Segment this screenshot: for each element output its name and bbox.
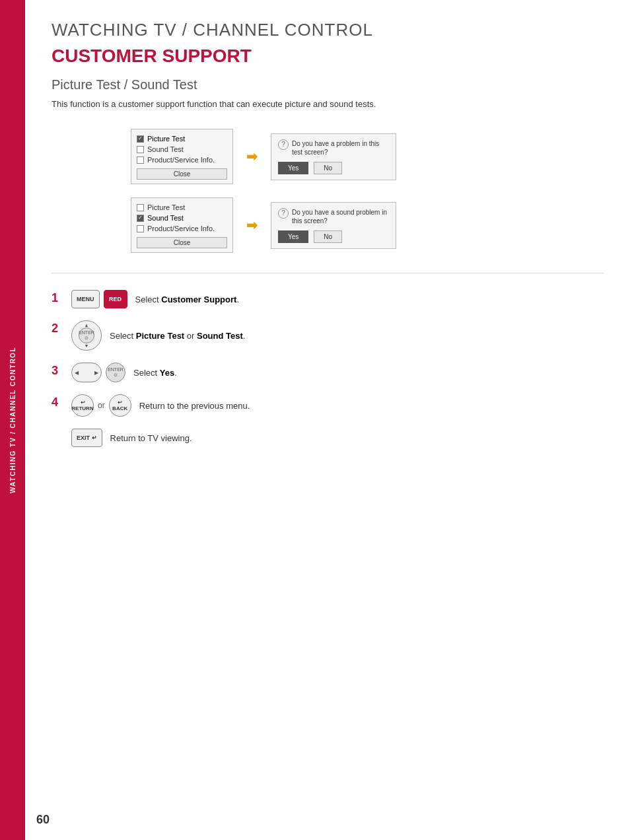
checkbox-picture-test-2 <box>137 204 144 211</box>
step-3: 3 ◀ ▶ ENTER⊙ Select Yes. <box>52 363 604 382</box>
step-text-2: Select Picture Test or Sound Test. <box>110 331 245 341</box>
arrow-1: ➡ <box>246 149 258 164</box>
menu-label-picture-test-2: Picture Test <box>147 203 185 211</box>
diagram-row-1: Picture Test Sound Test Product/Service … <box>131 129 604 184</box>
question-icon-1: ? <box>278 139 289 150</box>
dialog-buttons-2: Yes No <box>278 230 389 243</box>
description: This function is a customer support func… <box>52 99 604 109</box>
nav-ring-button[interactable]: ▲ ▼ ENTER⊙ <box>71 320 102 351</box>
exit-buttons: EXIT ↵ <box>71 429 102 447</box>
step-4: 4 ↩RETURN or ↩BACK Return to the previou… <box>52 394 604 417</box>
step-number-1: 1 <box>52 291 63 305</box>
close-btn-2: Close <box>137 237 227 248</box>
menu-item-service-info-2: Product/Service Info. <box>137 223 227 234</box>
menu-label-service-info-2: Product/Service Info. <box>147 225 215 232</box>
nav-left-icon: ◀ <box>75 370 79 376</box>
question-icon-2: ? <box>278 208 289 219</box>
menu-box-2: Picture Test Sound Test Product/Service … <box>131 197 233 253</box>
page-title: WATCHING TV / CHANNEL CONTROL <box>52 20 604 40</box>
nav-up-icon: ▲ <box>85 323 89 328</box>
subsection-separator: / <box>120 77 131 92</box>
checkbox-sound-test-1 <box>137 146 144 153</box>
checkbox-picture-test-1 <box>137 135 144 143</box>
menu-item-sound-test-1: Sound Test <box>137 144 227 155</box>
checkbox-sound-test-2 <box>137 215 144 222</box>
step-buttons-4: ↩RETURN or ↩BACK <box>71 394 131 417</box>
step-2: 2 ▲ ▼ ENTER⊙ Select Picture Test or Soun… <box>52 320 604 351</box>
diagram-row-2: Picture Test Sound Test Product/Service … <box>131 197 604 253</box>
menu-item-service-info-1: Product/Service Info. <box>137 155 227 165</box>
nav-right-icon: ▶ <box>94 370 98 376</box>
exit-button[interactable]: EXIT ↵ <box>71 429 102 447</box>
menu-item-picture-test-2: Picture Test <box>137 202 227 213</box>
yes-button-1[interactable]: Yes <box>278 162 308 174</box>
exit-step: EXIT ↵ Return to TV viewing. <box>52 429 604 447</box>
dialog-box-1: ? Do you have a problem in this test scr… <box>271 133 396 180</box>
step-text-4: Return to the previous menu. <box>139 401 250 411</box>
main-content: WATCHING TV / CHANNEL CONTROL CUSTOMER S… <box>25 0 630 473</box>
dialog-header-2: ? Do you have a sound problem in this sc… <box>278 208 389 225</box>
dialog-header-1: ? Do you have a problem in this test scr… <box>278 139 389 157</box>
menu-label-sound-test-1: Sound Test <box>147 145 184 153</box>
subsection-part1: Picture Test <box>52 77 120 92</box>
section-title: CUSTOMER SUPPORT <box>52 46 604 67</box>
dialog-text-2: Do you have a sound problem in this scre… <box>292 208 389 225</box>
menu-item-picture-test-1: Picture Test <box>137 133 227 144</box>
arrow-2: ➡ <box>246 217 258 233</box>
no-button-1[interactable]: No <box>314 162 342 174</box>
sidebar: WATCHING TV / CHANNEL CONTROL <box>0 0 25 840</box>
sidebar-label: WATCHING TV / CHANNEL CONTROL <box>9 347 17 493</box>
steps: 1 MENU RED Select Customer Support. 2 ▲ … <box>52 290 604 447</box>
enter-button-2[interactable]: ENTER⊙ <box>79 328 94 343</box>
step-buttons-2: ▲ ▼ ENTER⊙ <box>71 320 102 351</box>
page-number: 60 <box>36 813 50 827</box>
checkbox-service-info-1 <box>137 157 144 164</box>
subsection-title: Picture Test / Sound Test <box>52 77 604 92</box>
subsection-part2: Sound Test <box>131 77 197 92</box>
red-button[interactable]: RED <box>104 290 127 308</box>
menu-label-picture-test-1: Picture Test <box>147 135 185 143</box>
close-btn-1: Close <box>137 168 227 180</box>
step-1: 1 MENU RED Select Customer Support. <box>52 290 604 308</box>
menu-label-sound-test-2: Sound Test <box>147 214 184 222</box>
or-text: or <box>98 401 105 410</box>
diagrams-area: Picture Test Sound Test Product/Service … <box>52 129 604 253</box>
dialog-buttons-1: Yes No <box>278 162 389 174</box>
exit-step-text: Return to TV viewing. <box>110 433 192 443</box>
step-buttons-3: ◀ ▶ ENTER⊙ <box>71 363 125 382</box>
menu-label-service-info-1: Product/Service Info. <box>147 156 215 164</box>
return-button[interactable]: ↩RETURN <box>71 394 94 417</box>
lr-nav-ring-button[interactable]: ◀ ▶ <box>71 363 102 382</box>
back-button[interactable]: ↩BACK <box>109 394 131 417</box>
menu-item-sound-test-2: Sound Test <box>137 213 227 223</box>
step-number-4: 4 <box>52 396 63 409</box>
menu-button[interactable]: MENU <box>71 290 100 308</box>
step-number-2: 2 <box>52 322 63 335</box>
step-text-3: Select Yes. <box>133 368 177 378</box>
divider <box>52 273 604 273</box>
dialog-box-2: ? Do you have a sound problem in this sc… <box>271 202 396 249</box>
step-buttons-1: MENU RED <box>71 290 127 308</box>
enter-button-3[interactable]: ENTER⊙ <box>106 363 125 382</box>
step-number-3: 3 <box>52 364 63 378</box>
step-text-1: Select Customer Support. <box>135 295 240 304</box>
checkbox-service-info-2 <box>137 225 144 232</box>
menu-box-1: Picture Test Sound Test Product/Service … <box>131 129 233 184</box>
yes-button-2[interactable]: Yes <box>278 230 308 243</box>
no-button-2[interactable]: No <box>314 230 342 243</box>
dialog-text-1: Do you have a problem in this test scree… <box>292 139 389 157</box>
nav-down-icon: ▼ <box>85 343 89 348</box>
